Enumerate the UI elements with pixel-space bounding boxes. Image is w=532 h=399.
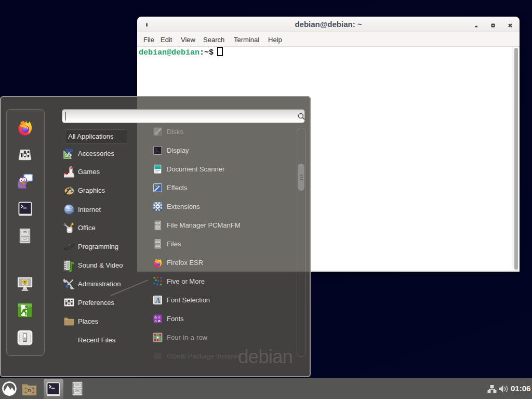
- svg-text:D: D: [28, 388, 31, 393]
- svg-text:a: a: [158, 318, 161, 323]
- svg-text:a: a: [154, 318, 157, 323]
- svg-text:A: A: [155, 297, 160, 304]
